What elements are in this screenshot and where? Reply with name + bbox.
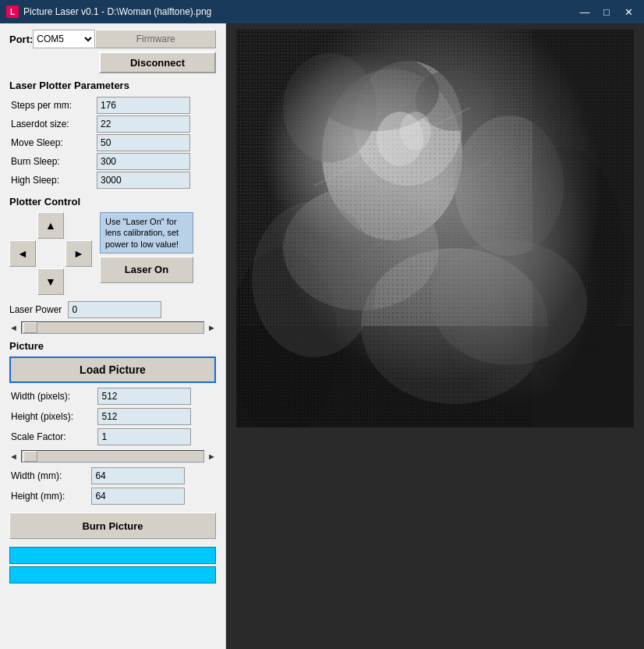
laserdot-size-label: Laserdot size:: [9, 115, 95, 133]
scale-factor-input[interactable]: [97, 428, 191, 445]
preview-image: [236, 30, 634, 427]
steps-per-mm-row: Steps per mm:: [9, 96, 216, 115]
progress-bar-1: [9, 547, 216, 564]
progress-bar-2: [9, 566, 216, 583]
height-mm-row: Height (mm):: [9, 486, 216, 506]
burn-sleep-row: Burn Sleep:: [9, 152, 216, 171]
svg-point-14: [283, 53, 377, 162]
maximize-button[interactable]: □: [597, 4, 616, 20]
picture-slider-row: ◄ ►: [9, 450, 216, 463]
jog-right-button[interactable]: ►: [65, 240, 92, 267]
svg-rect-11: [236, 30, 634, 427]
disconnect-button[interactable]: Disconnect: [99, 51, 216, 73]
svg-point-5: [353, 61, 462, 186]
width-mm-input[interactable]: [91, 467, 185, 484]
svg-point-13: [314, 53, 439, 131]
height-pixels-input[interactable]: [97, 408, 191, 425]
svg-rect-19: [533, 30, 634, 427]
svg-point-23: [252, 201, 377, 357]
left-panel: Port: COM5 COM1 COM2 COM3 COM4 Firmware …: [0, 23, 226, 649]
burn-sleep-input[interactable]: [97, 153, 190, 170]
height-pixels-label: Height (pixels):: [9, 406, 96, 427]
progress-bar-container: [9, 547, 216, 583]
minimize-button[interactable]: —: [575, 4, 594, 20]
laserdot-size-input[interactable]: [97, 115, 190, 133]
svg-point-22: [431, 240, 587, 365]
svg-point-8: [455, 115, 564, 256]
burn-sleep-label: Burn Sleep:: [9, 152, 95, 171]
steps-per-mm-input[interactable]: [97, 97, 190, 114]
laser-power-slider[interactable]: [21, 321, 204, 334]
slider-left-arrow[interactable]: ◄: [9, 323, 18, 332]
move-sleep-row: Move Sleep:: [9, 133, 216, 152]
laser-on-button[interactable]: Laser On: [100, 257, 193, 283]
jog-down-button[interactable]: ▼: [37, 268, 64, 295]
laserdot-size-row: Laserdot size:: [9, 115, 216, 133]
picture-params-table: Width (pixels): Height (pixels): Scale F…: [9, 386, 216, 447]
width-pixels-row: Width (pixels):: [9, 386, 216, 406]
jog-and-power: ▲ ◄ ► ▼: [9, 212, 92, 295]
high-sleep-input[interactable]: [97, 172, 190, 189]
main-content: Port: COM5 COM1 COM2 COM3 COM4 Firmware …: [0, 23, 644, 649]
slider-thumb: [23, 322, 37, 333]
laser-power-row: Laser Power: [9, 301, 216, 318]
laser-params-title: Laser Plotter Parameters: [9, 80, 216, 91]
picture-slider-left[interactable]: ◄: [9, 452, 18, 461]
laser-controls: Use "Laser On" for lens calibration, set…: [100, 212, 193, 283]
width-mm-row: Width (mm):: [9, 466, 216, 486]
svg-line-21: [353, 147, 509, 264]
svg-point-15: [416, 69, 494, 131]
svg-point-2: [501, 147, 626, 381]
svg-point-7: [361, 248, 548, 404]
width-pixels-label: Width (pixels):: [9, 386, 96, 406]
jog-pad: ▲ ◄ ► ▼: [9, 212, 92, 295]
port-label: Port:: [9, 34, 33, 45]
svg-rect-1: [236, 30, 634, 427]
height-mm-input[interactable]: [91, 488, 185, 505]
picture-slider[interactable]: [21, 450, 204, 463]
laser-params-table: Steps per mm: Laserdot size: Move Sleep:…: [9, 96, 216, 190]
steps-per-mm-label: Steps per mm:: [9, 96, 95, 115]
svg-rect-0: [236, 30, 634, 427]
svg-rect-12: [236, 30, 634, 427]
jog-up-button[interactable]: ▲: [37, 212, 64, 239]
scale-factor-row: Scale Factor:: [9, 427, 216, 447]
laser-power-slider-row: ◄ ►: [9, 321, 216, 334]
picture-slider-thumb: [23, 451, 37, 462]
width-pixels-input[interactable]: [97, 388, 191, 405]
close-button[interactable]: ✕: [619, 4, 638, 20]
firmware-button[interactable]: Firmware: [95, 30, 216, 48]
svg-point-6: [283, 186, 439, 310]
burn-picture-button[interactable]: Burn Picture: [9, 512, 216, 539]
window-title: Picture Laser v0.1 - D:\Woman (halftone)…: [23, 6, 575, 17]
width-mm-label: Width (mm):: [9, 466, 90, 486]
app-icon: L: [6, 5, 19, 18]
move-sleep-label: Move Sleep:: [9, 133, 95, 152]
svg-point-16: [377, 112, 423, 166]
port-select[interactable]: COM5 COM1 COM2 COM3 COM4: [33, 30, 95, 48]
picture-slider-right[interactable]: ►: [207, 452, 216, 461]
laser-hint: Use "Laser On" for lens calibration, set…: [100, 212, 193, 254]
port-row: Port: COM5 COM1 COM2 COM3 COM4 Firmware: [9, 30, 216, 48]
svg-point-4: [322, 69, 462, 240]
svg-line-20: [314, 108, 470, 186]
slider-right-arrow[interactable]: ►: [207, 323, 216, 332]
laser-power-label: Laser Power: [9, 304, 62, 315]
height-mm-label: Height (mm):: [9, 486, 90, 506]
svg-point-3: [236, 248, 338, 427]
move-sleep-input[interactable]: [97, 134, 190, 151]
picture-section-title: Picture: [9, 340, 216, 352]
scale-factor-label: Scale Factor:: [9, 427, 96, 447]
plotter-controls: ▲ ◄ ► ▼ Use "Laser On" for lens calibrat…: [9, 212, 216, 295]
load-picture-button[interactable]: Load Picture: [9, 356, 216, 383]
jog-left-button[interactable]: ◄: [9, 240, 36, 267]
high-sleep-row: High Sleep:: [9, 171, 216, 190]
title-bar: L Picture Laser v0.1 - D:\Woman (halfton…: [0, 0, 644, 23]
laser-power-input[interactable]: [68, 301, 161, 318]
window-controls: — □ ✕: [575, 4, 638, 20]
height-pixels-row: Height (pixels):: [9, 406, 216, 427]
svg-point-17: [400, 112, 431, 151]
high-sleep-label: High Sleep:: [9, 171, 95, 190]
picture-mm-table: Width (mm): Height (mm):: [9, 466, 216, 506]
plotter-control-title: Plotter Control: [9, 196, 216, 207]
